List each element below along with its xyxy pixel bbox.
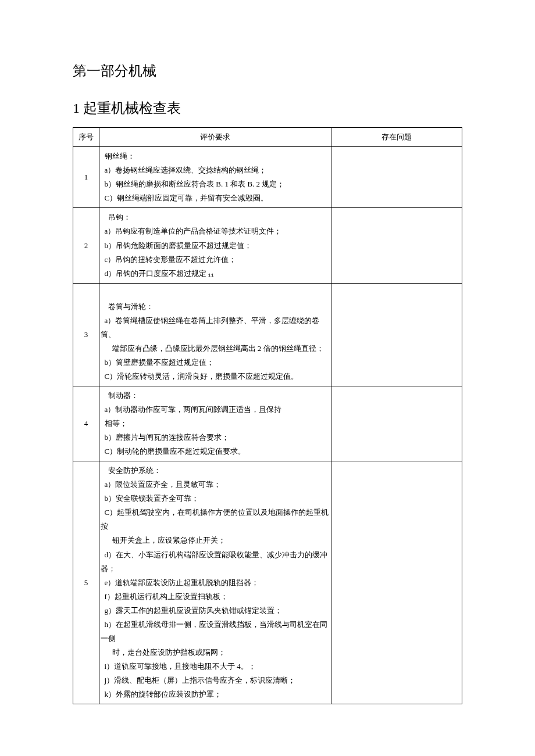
req-text: 安全防护系统： a）限位装置应齐全，且灵敏可靠； b）安全联锁装置齐全可靠； C…	[101, 464, 330, 701]
cell-req: 钢丝绳： a）卷扬钢丝绳应选择双绕、交捻结构的钢丝绳； b）钢丝绳的磨损和断丝应…	[99, 147, 331, 208]
cell-issue	[331, 461, 462, 704]
table-row: 4 制动器： a）制动器动作应可靠，两闸瓦间隙调正适当，且保持 相等； b）磨擦…	[73, 386, 462, 461]
table-row: 2 吊钩： a）吊钩应有制造单位的产品合格证等技术证明文件； b）吊钩危险断面的…	[73, 208, 462, 283]
col-header-req: 评价要求	[99, 128, 331, 147]
table-row: 1 钢丝绳： a）卷扬钢丝绳应选择双绕、交捻结构的钢丝绳； b）钢丝绳的磨损和断…	[73, 147, 462, 208]
cell-req: 吊钩： a）吊钩应有制造单位的产品合格证等技术证明文件； b）吊钩危险断面的磨损…	[99, 208, 331, 283]
table-row: 3 卷筒与滑轮： a）卷筒绳槽应使钢丝绳在卷筒上排列整齐、平滑，多层缠绕的卷筒、…	[73, 283, 462, 386]
req-text: 制动器： a）制动器动作应可靠，两闸瓦间隙调正适当，且保持 相等； b）磨擦片与…	[101, 389, 330, 458]
cell-req: 卷筒与滑轮： a）卷筒绳槽应使钢丝绳在卷筒上排列整齐、平滑，多层缠绕的卷筒、 端…	[99, 283, 331, 386]
table-row: 5 安全防护系统： a）限位装置应齐全，且灵敏可靠； b）安全联锁装置齐全可靠；…	[73, 461, 462, 704]
req-text: 钢丝绳： a）卷扬钢丝绳应选择双绕、交捻结构的钢丝绳； b）钢丝绳的磨损和断丝应…	[101, 149, 330, 205]
table-header-row: 序号 评价要求 存在问题	[73, 128, 462, 147]
inspection-table: 序号 评价要求 存在问题 1 钢丝绳： a）卷扬钢丝绳应选择双绕、交捻结构的钢丝…	[73, 127, 462, 704]
cell-seq: 1	[73, 147, 99, 208]
req-text: 吊钩： a）吊钩应有制造单位的产品合格证等技术证明文件； b）吊钩危险断面的磨损…	[101, 210, 330, 280]
cell-seq: 4	[73, 386, 99, 461]
cell-seq: 5	[73, 461, 99, 704]
cell-issue	[331, 208, 462, 283]
col-header-seq: 序号	[73, 128, 99, 147]
cell-req: 安全防护系统： a）限位装置应齐全，且灵敏可靠； b）安全联锁装置齐全可靠； C…	[99, 461, 331, 704]
section-heading: 1 起重机械检查表	[73, 95, 462, 122]
cell-seq: 3	[73, 283, 99, 386]
cell-issue	[331, 386, 462, 461]
cell-req: 制动器： a）制动器动作应可靠，两闸瓦间隙调正适当，且保持 相等； b）磨擦片与…	[99, 386, 331, 461]
cell-seq: 2	[73, 208, 99, 283]
cell-issue	[331, 147, 462, 208]
col-header-issue: 存在问题	[331, 128, 462, 147]
part-heading: 第一部分机械	[73, 58, 462, 85]
cell-issue	[331, 283, 462, 386]
req-text: 卷筒与滑轮： a）卷筒绳槽应使钢丝绳在卷筒上排列整齐、平滑，多层缠绕的卷筒、 端…	[101, 286, 330, 384]
